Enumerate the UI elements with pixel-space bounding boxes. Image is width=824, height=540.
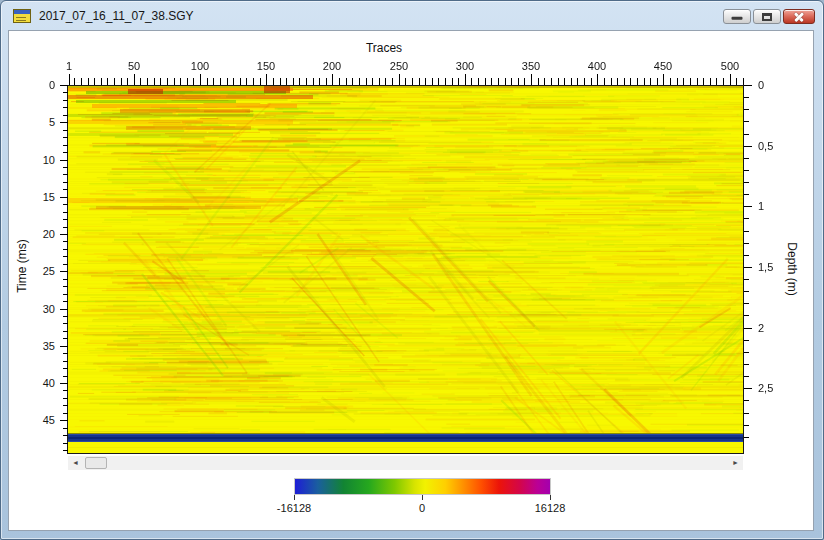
maximize-icon bbox=[762, 13, 772, 21]
axis-tick-label: 2 bbox=[758, 322, 792, 335]
window-title: 2017_07_16_11_07_38.SGY bbox=[39, 9, 194, 23]
axis-tick-label: 2,5 bbox=[758, 382, 792, 395]
axis-tick-label: 25 bbox=[29, 265, 55, 278]
axis-tick bbox=[744, 231, 749, 232]
axis-tick bbox=[743, 78, 744, 85]
axis-tick bbox=[286, 78, 287, 85]
colorbar-tick-max bbox=[550, 495, 551, 500]
axis-tick bbox=[63, 241, 68, 242]
axis-tick-label: 450 bbox=[648, 60, 678, 73]
axis-tick bbox=[60, 309, 68, 310]
axis-tick bbox=[81, 78, 82, 85]
axis-tick bbox=[677, 78, 678, 85]
axis-tick-label: 100 bbox=[185, 60, 215, 73]
axis-tick-label: 20 bbox=[29, 228, 55, 241]
app-document-icon[interactable] bbox=[13, 9, 31, 23]
scroll-left-button[interactable]: ◄ bbox=[68, 456, 83, 470]
axis-tick-label: 35 bbox=[29, 340, 55, 353]
axis-tick bbox=[60, 420, 68, 421]
colorbar: -16128 0 16128 bbox=[294, 478, 551, 518]
axis-tick bbox=[60, 234, 68, 235]
axis-tick bbox=[352, 78, 353, 85]
axis-tick bbox=[744, 425, 749, 426]
axis-tick bbox=[63, 152, 68, 153]
axis-tick bbox=[160, 78, 161, 85]
axis-tick bbox=[577, 78, 578, 85]
axis-tick bbox=[339, 78, 340, 85]
axis-tick bbox=[697, 78, 698, 85]
axis-tick bbox=[710, 78, 711, 85]
maximize-button[interactable] bbox=[753, 9, 781, 24]
axis-tick bbox=[63, 264, 68, 265]
axis-tick-label: 0,5 bbox=[758, 140, 792, 153]
horizontal-scrollbar[interactable]: ◄ ► bbox=[68, 456, 743, 470]
radargram-canvas bbox=[68, 86, 743, 453]
axis-tick bbox=[399, 74, 400, 85]
axis-tick bbox=[246, 78, 247, 85]
axis-tick-label: 40 bbox=[29, 377, 55, 390]
axis-tick bbox=[571, 78, 572, 85]
axis-tick bbox=[485, 78, 486, 85]
axis-tick bbox=[63, 189, 68, 190]
axis-tick-label: 400 bbox=[582, 60, 612, 73]
axis-tick bbox=[63, 279, 68, 280]
axis-tick-label: 15 bbox=[29, 191, 55, 204]
minimize-button[interactable] bbox=[723, 9, 751, 24]
axis-tick bbox=[366, 78, 367, 85]
axis-tick bbox=[134, 74, 135, 85]
axis-tick bbox=[293, 78, 294, 85]
axis-tick bbox=[597, 74, 598, 85]
titlebar[interactable]: 2017_07_16_11_07_38.SGY bbox=[1, 1, 823, 30]
axis-tick bbox=[306, 78, 307, 85]
axis-tick bbox=[744, 194, 749, 195]
axis-tick bbox=[505, 78, 506, 85]
axis-tick bbox=[744, 437, 749, 438]
axis-tick-label: 45 bbox=[29, 414, 55, 427]
scroll-right-button[interactable]: ► bbox=[728, 456, 743, 470]
axis-tick bbox=[193, 78, 194, 85]
axis-tick bbox=[63, 115, 68, 116]
axis-tick bbox=[63, 145, 68, 146]
axis-tick bbox=[63, 413, 68, 414]
axis-tick-label: 10 bbox=[29, 154, 55, 167]
axis-tick-label: 200 bbox=[317, 60, 347, 73]
axis-tick bbox=[63, 182, 68, 183]
axis-tick bbox=[379, 78, 380, 85]
axis-tick bbox=[63, 107, 68, 108]
axis-tick bbox=[670, 78, 671, 85]
axis-tick bbox=[471, 78, 472, 85]
axis-tick bbox=[227, 78, 228, 85]
axis-tick bbox=[266, 74, 267, 85]
scroll-thumb[interactable] bbox=[85, 457, 107, 469]
axis-tick bbox=[60, 346, 68, 347]
axis-tick bbox=[478, 78, 479, 85]
axis-tick bbox=[650, 78, 651, 85]
axis-tick bbox=[63, 323, 68, 324]
axis-tick-label: 5 bbox=[29, 116, 55, 129]
axis-tick bbox=[63, 256, 68, 257]
axis-tick bbox=[405, 78, 406, 85]
axis-tick bbox=[63, 167, 68, 168]
axis-tick bbox=[63, 130, 68, 131]
axis-tick bbox=[544, 78, 545, 85]
axis-tick bbox=[744, 376, 749, 377]
axis-tick bbox=[63, 435, 68, 436]
axis-tick bbox=[63, 219, 68, 220]
axis-tick bbox=[604, 78, 605, 85]
close-button[interactable] bbox=[783, 9, 815, 24]
axis-tick bbox=[220, 78, 221, 85]
axis-tick bbox=[88, 78, 89, 85]
axis-tick bbox=[174, 78, 175, 85]
axis-tick bbox=[425, 78, 426, 85]
axis-tick bbox=[744, 364, 749, 365]
axis-tick bbox=[518, 78, 519, 85]
axis-tick bbox=[744, 267, 752, 268]
axis-tick bbox=[465, 74, 466, 85]
axis-tick bbox=[452, 78, 453, 85]
axis-tick bbox=[63, 405, 68, 406]
axis-tick bbox=[63, 428, 68, 429]
axis-tick bbox=[624, 78, 625, 85]
axis-tick bbox=[703, 78, 704, 85]
axis-tick bbox=[140, 78, 141, 85]
axis-tick-label: 300 bbox=[450, 60, 480, 73]
